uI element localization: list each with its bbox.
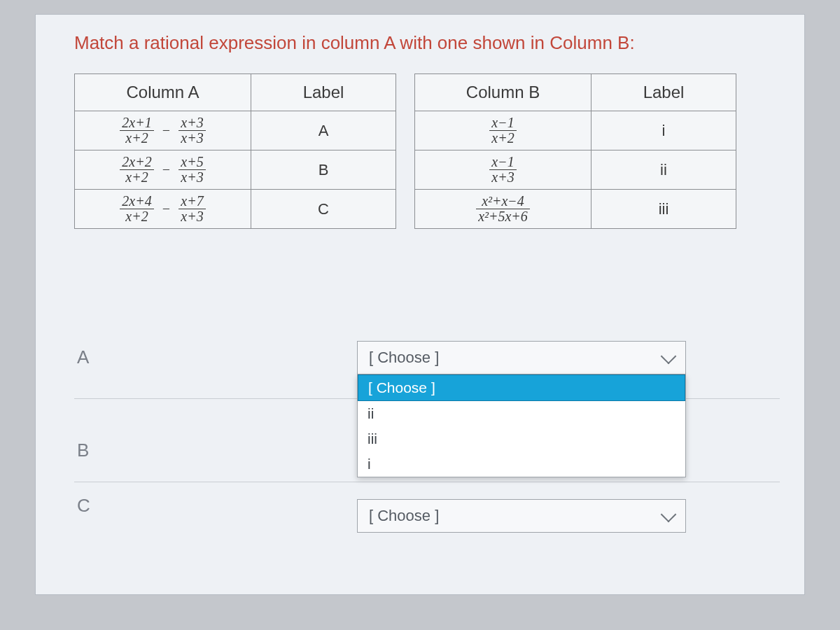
dropdown-c[interactable]: [ Choose ]: [357, 499, 686, 533]
dropdown-value: [ Choose ]: [369, 349, 439, 367]
colA-expression: 2x+1x+2 − x+3x+3: [75, 111, 251, 150]
dropdown-option[interactable]: ii: [358, 401, 685, 426]
dropdown-option[interactable]: iii: [358, 426, 685, 451]
answer-row-a: A [ Choose ] [ Choose ] ii iii i: [74, 334, 780, 399]
answer-label: A: [74, 334, 357, 368]
spacer: [396, 74, 415, 111]
colB-expression: x²+x−4x²+5x+6: [415, 190, 592, 229]
colA-expression: 2x+2x+2 − x+5x+3: [75, 150, 251, 190]
dropdown-option[interactable]: [ Choose ]: [358, 374, 685, 401]
reference-table: Column A Label Column B Label 2x+1x+2 − …: [74, 74, 736, 229]
labelB-cell: iii: [592, 190, 736, 229]
dropdown-value: [ Choose ]: [369, 507, 439, 525]
dropdown-wrap-c: [ Choose ]: [357, 499, 686, 533]
spacer: [396, 111, 415, 150]
chevron-down-icon: [661, 349, 677, 365]
chevron-down-icon: [661, 507, 677, 523]
answer-row-c: C [ Choose ]: [74, 482, 780, 545]
dropdown-list-a: [ Choose ] ii iii i: [357, 374, 686, 477]
labelA-cell: C: [251, 190, 396, 229]
dropdown-a[interactable]: [ Choose ]: [357, 341, 686, 374]
header-label-a: Label: [251, 74, 396, 111]
spacer: [396, 190, 415, 229]
spacer: [396, 150, 415, 190]
dropdown-wrap-a: [ Choose ] [ Choose ] ii iii i: [357, 341, 686, 374]
header-label-b: Label: [592, 74, 736, 111]
table-row: 2x+2x+2 − x+5x+3 B x−1x+3 ii: [75, 150, 736, 190]
answer-label: B: [74, 399, 357, 461]
labelA-cell: A: [251, 111, 396, 150]
header-column-a: Column A: [75, 74, 251, 111]
table-row: 2x+4x+2 − x+7x+3 C x²+x−4x²+5x+6 iii: [75, 190, 736, 229]
answer-section: A [ Choose ] [ Choose ] ii iii i B C: [74, 334, 780, 545]
question-card: Match a rational expression in column A …: [35, 14, 805, 595]
colA-expression: 2x+4x+2 − x+7x+3: [75, 190, 251, 229]
colB-expression: x−1x+3: [415, 150, 592, 190]
answer-label: C: [74, 482, 357, 517]
dropdown-option[interactable]: i: [358, 451, 685, 477]
labelA-cell: B: [251, 150, 396, 190]
table-row: 2x+1x+2 − x+3x+3 A x−1x+2 i: [75, 111, 736, 150]
colB-expression: x−1x+2: [415, 111, 592, 150]
labelB-cell: ii: [592, 150, 736, 190]
labelB-cell: i: [592, 111, 736, 150]
question-prompt: Match a rational expression in column A …: [74, 32, 780, 54]
header-column-b: Column B: [415, 74, 592, 111]
